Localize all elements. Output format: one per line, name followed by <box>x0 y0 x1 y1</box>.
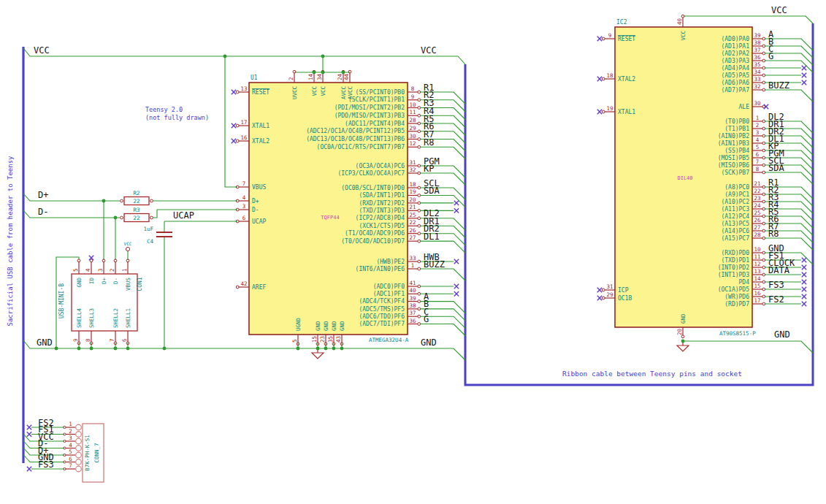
net-label-dplus[interactable]: D+ <box>38 190 48 200</box>
pin-name: (A11)PC3 <box>721 206 749 213</box>
net-label-vcc[interactable]: VCC <box>34 45 50 56</box>
pin-end-circle <box>602 37 605 40</box>
pin-number: 10 <box>754 246 761 253</box>
ic2-symbol[interactable]: IC2AT90S8515-PDIL409RESET18XTAL219XTAL13… <box>602 15 765 337</box>
pin-number: 39 <box>754 32 760 39</box>
pin-number: 15 <box>311 336 318 343</box>
pin-end-circle <box>418 91 421 93</box>
pin-number: 44 <box>343 73 350 80</box>
net-label-ucap[interactable]: UCAP <box>173 210 194 221</box>
pin-name: SHELL3 <box>88 308 95 328</box>
pin-name: (PDO/MISO/PCINT3)PB3 <box>334 112 405 119</box>
net-label-gnd[interactable]: GND <box>37 337 53 348</box>
pin-end-circle <box>418 99 421 102</box>
pin-number: 19 <box>606 105 613 112</box>
pin-number: 1 <box>121 268 128 272</box>
net-label-buzz[interactable]: BUZZ <box>768 80 789 91</box>
pin-name: (WR)PD6 <box>724 294 749 300</box>
r3-symbol[interactable]: R322 <box>121 207 153 222</box>
pin-name: (AD7)PA7 <box>721 87 749 93</box>
net-label-dl1[interactable]: DL1 <box>424 232 440 242</box>
wire[interactable] <box>153 210 237 218</box>
net-label-sda[interactable]: SDA <box>768 163 784 173</box>
note-sacrificial-usb[interactable]: Sacrificial USB cable from header to Tee… <box>7 156 14 327</box>
pin-number: 4 <box>756 137 760 143</box>
net-label-r8[interactable]: R8 <box>768 229 779 239</box>
pin-name: (PDI/MOSI/PCINT2)PB2 <box>334 104 405 111</box>
pin-name: (INT6/AIN0)PE6 <box>356 266 405 272</box>
ic2-symbol-value[interactable]: AT90S8515-P <box>719 330 756 337</box>
pin-end-circle <box>418 315 421 318</box>
wire[interactable] <box>421 324 465 336</box>
c4-symbol[interactable]: 1uFC4 <box>143 226 172 245</box>
pin-number: 7 <box>756 159 760 165</box>
wire[interactable] <box>23 48 465 64</box>
ic2-symbol-ref[interactable]: IC2 <box>616 19 627 26</box>
pin-name: OC1B <box>618 295 632 302</box>
pin-number: 26 <box>754 217 761 224</box>
u1-symbol-ref[interactable]: U1 <box>251 75 258 81</box>
con1-symbol[interactable]: USB-MINI-BCON15GND4ID3D+2D-1VBUS9SHELL48… <box>58 259 143 345</box>
conn7-symbol[interactable]: B7K-PH-K-S1CONN_71234567 <box>64 421 104 482</box>
pin-end-circle <box>418 308 421 310</box>
pin-name: (A15)PC7 <box>721 235 749 242</box>
pin-number: 24 <box>754 202 761 209</box>
pin-name: (ADC4/TCK)PF4 <box>359 298 405 305</box>
pin-name: UVCC <box>291 86 298 99</box>
pin-end-circle <box>236 91 239 93</box>
net-label-buzz[interactable]: BUZZ <box>424 259 445 270</box>
pin-name: (SS/PCINT0)PB0 <box>356 89 405 96</box>
wire[interactable] <box>683 340 813 354</box>
net-label-kp[interactable]: KP <box>424 164 434 174</box>
u1-symbol-value[interactable]: ATMEGA32U4-A <box>369 337 409 343</box>
net-label-g[interactable]: G <box>768 51 773 61</box>
net-label-sda[interactable]: SDA <box>424 186 440 196</box>
net-label-g[interactable]: G <box>424 314 429 324</box>
pin-number: 24 <box>337 73 343 80</box>
wire[interactable] <box>225 56 237 187</box>
net-label-dminus[interactable]: D- <box>38 207 48 217</box>
pin-name: (AD5)PA5 <box>721 72 749 79</box>
junction-dot <box>55 347 58 351</box>
pin-number: 20 <box>409 196 416 203</box>
no-connect-x <box>454 259 459 264</box>
pin-number: 14 <box>307 73 314 80</box>
junction-dot <box>321 55 325 58</box>
note-ribbon[interactable]: Ribbon cable between Teensy pins and soc… <box>433 370 826 378</box>
pin-end-circle <box>762 273 765 276</box>
pin-number: 8 <box>85 338 91 342</box>
no-connect-x <box>27 425 31 429</box>
pin-end-circle <box>762 59 765 62</box>
pin-end-circle <box>762 149 765 152</box>
con1-ref: CON1 <box>137 277 143 291</box>
vcc-power-symbol[interactable]: VCC <box>124 241 132 251</box>
net-label-data[interactable]: DATA <box>768 265 790 275</box>
no-connect-x <box>597 288 602 292</box>
net-label-fs3[interactable]: FS3 <box>768 280 784 290</box>
net-label-vcc[interactable]: VCC <box>771 5 787 15</box>
pin-end-circle <box>121 216 123 219</box>
pin-number: 4 <box>85 268 91 272</box>
pin-end-circle <box>762 88 765 91</box>
net-label-fs2[interactable]: FS2 <box>768 294 784 305</box>
net-label-vcc[interactable]: VCC <box>421 45 437 56</box>
pin-name: (OC0A/OC1C/RTS/PCINT7)PB7 <box>317 144 405 150</box>
net-label-gnd[interactable]: GND <box>421 337 437 348</box>
net-label-gnd[interactable]: GND <box>774 329 790 340</box>
pin-name: RESET <box>618 36 635 42</box>
u1-symbol[interactable]: U1ATMEGA32U4-ATQFP4413RESET17XTAL116XTAL… <box>236 70 420 345</box>
pin-name: (A10)PC2 <box>721 199 749 205</box>
pin-name: (ICP3/CLKO/OC4A)PC7 <box>337 170 405 177</box>
net-label-r8[interactable]: R8 <box>424 137 434 148</box>
wire[interactable] <box>765 90 813 102</box>
net-label-fs3[interactable]: FS3 <box>38 459 54 470</box>
wire[interactable] <box>421 269 465 280</box>
junction-dot <box>313 71 316 75</box>
pin-number: 36 <box>409 318 416 324</box>
pin-name: (A12)PC4 <box>721 213 749 220</box>
pin-number: 13 <box>754 268 760 275</box>
r2-symbol[interactable]: R222 <box>121 190 153 205</box>
note-teensy[interactable]: Teensy 2.0 (not fully drawn) <box>145 106 209 122</box>
wire[interactable] <box>684 16 813 23</box>
pin-number: 35 <box>754 61 760 68</box>
